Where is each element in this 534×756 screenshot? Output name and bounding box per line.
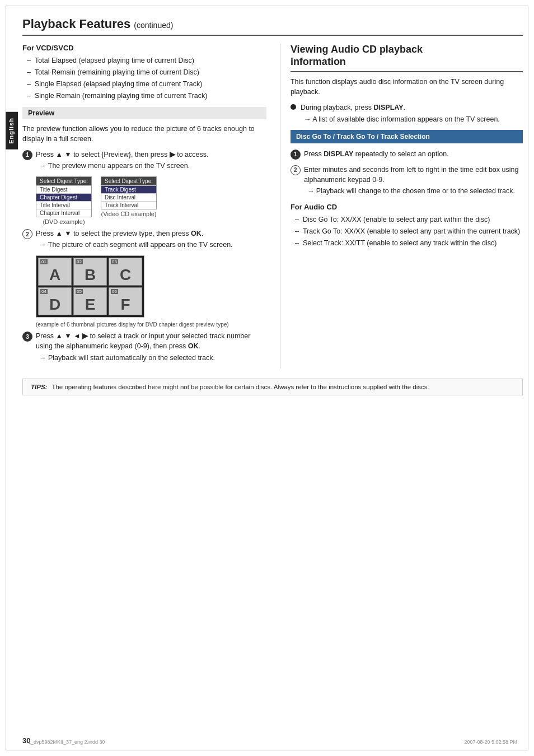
- thumb-number: 04: [40, 289, 48, 294]
- thumb-number: 01: [40, 259, 48, 264]
- thumb-letter: A: [39, 267, 71, 283]
- sidebar-tab: English: [6, 112, 18, 150]
- thumb-cell-f: 06 F: [109, 287, 142, 315]
- footer-date: 2007-08-20 5:02:58 PM: [464, 739, 517, 745]
- page-border: [6, 6, 528, 750]
- thumb-number: 03: [111, 259, 118, 264]
- thumb-letter: C: [109, 267, 142, 283]
- thumb-number: 05: [76, 289, 83, 294]
- thumb-letter: B: [74, 267, 106, 283]
- thumb-cell-e: 05 E: [73, 287, 107, 315]
- list-item: Select Track: XX/TT (enable to select an…: [295, 238, 523, 248]
- list-item: Single Elapsed (elapsed playing time of …: [27, 79, 266, 89]
- list-item: Single Remain (remaining playing time of…: [27, 91, 266, 101]
- sidebar-label: English: [8, 118, 15, 144]
- audio-cd-list: Disc Go To: XX/XX (enable to select any …: [291, 214, 523, 248]
- footer-file: 1_dvp5982MKII_37_eng 2.indd 30: [28, 739, 105, 745]
- list-item: Disc Go To: XX/XX (enable to select any …: [295, 214, 523, 225]
- list-item: Total Elapsed (elapsed playing time of c…: [27, 55, 266, 66]
- thumb-letter: E: [74, 297, 106, 312]
- thumb-number: 06: [111, 289, 118, 294]
- thumb-number: 02: [76, 259, 83, 264]
- thumb-letter: F: [109, 297, 142, 312]
- thumb-cell-b: 02 B: [73, 258, 107, 286]
- list-item: Track Go To: XX/XX (enable to select any…: [295, 226, 523, 236]
- thumb-cell-c: 03 C: [109, 258, 142, 286]
- thumb-cell-d: 04 D: [38, 287, 72, 315]
- thumb-cell-a: 01 A: [38, 258, 72, 286]
- list-item: Total Remain (remaining playing time of …: [27, 67, 266, 77]
- thumb-letter: D: [39, 297, 71, 312]
